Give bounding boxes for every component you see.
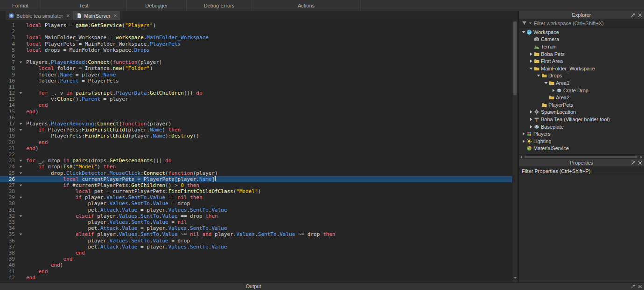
expand-arrow-icon[interactable] (551, 89, 556, 92)
tree-item-camera[interactable]: Camera (519, 36, 644, 43)
expand-arrow-icon[interactable] (528, 117, 534, 121)
tree-item-area1[interactable]: Area1 (519, 79, 644, 87)
scroll-left-icon[interactable] (519, 155, 523, 159)
tree-item-terrain[interactable]: Terrain (519, 43, 644, 50)
code-line-12[interactable]: 12 for _, v in pairs(script.PlayerData:G… (0, 90, 512, 96)
expand-arrow-icon[interactable] (528, 125, 534, 129)
tree-item-first-area[interactable]: First Area (519, 57, 644, 65)
code-line-39[interactable]: 39 end (0, 256, 512, 262)
code-line-10[interactable]: 10 folder.Parent = PlayerPets (0, 78, 512, 84)
code-line-17[interactable]: 17Players.PlayerRemoving:Connect(functio… (0, 121, 512, 127)
code-line-27[interactable]: 27 if #currentPlayerPets:GetChildren() >… (0, 182, 512, 188)
doc-tab-mainserver[interactable]: MainServer× (73, 11, 120, 20)
code-line-38[interactable]: 38 end (0, 250, 512, 256)
expand-arrow-icon[interactable] (521, 132, 526, 136)
code-line-4[interactable]: 4local PlayerPets = MainFolder_Workspace… (0, 41, 512, 47)
code-line-9[interactable]: 9 folder.Name = player.Name (0, 72, 512, 78)
expand-arrow-icon[interactable] (528, 59, 534, 63)
code-line-26[interactable]: 26 local currentPlayerPets = PlayerPets[… (0, 176, 512, 182)
code-line-40[interactable]: 40 end) (0, 262, 512, 268)
tree-item-playerpets[interactable]: PlayerPets (519, 101, 644, 109)
explorer-horizontal-scrollbar[interactable] (519, 154, 644, 159)
close-icon[interactable] (638, 284, 642, 289)
expand-arrow-icon[interactable] (528, 110, 534, 114)
expand-arrow-icon[interactable] (521, 139, 526, 143)
collapse-arrow-icon[interactable] (521, 30, 526, 34)
scroll-right-icon[interactable] (639, 155, 643, 159)
code-line-36[interactable]: 36 player.Values.SentTo.Value = drop (0, 238, 512, 244)
code-line-13[interactable]: 13 v:Clone().Parent = player (0, 96, 512, 102)
pin-icon[interactable] (631, 284, 636, 289)
code-line-35[interactable]: 35 elseif player.Values.SentTo.Value ~= … (0, 231, 512, 237)
menu-item-debugger[interactable]: Debugger (127, 0, 187, 11)
menu-item-format[interactable]: Format (0, 0, 41, 11)
menu-item-debug-errors[interactable]: Debug Errors (187, 0, 252, 11)
code-area[interactable]: 1local Players = game:GetService("Player… (0, 20, 512, 282)
tree-item-crate-drop[interactable]: Crate Drop (519, 87, 644, 94)
line-number: 30 (0, 200, 15, 207)
script-editor[interactable]: 1local Players = game:GetService("Player… (0, 20, 518, 282)
tree-item-drops[interactable]: Drops (519, 72, 644, 80)
scrollbar-thumb[interactable] (513, 21, 517, 95)
code-line-31[interactable]: 31 pet.Attack.Value = player.Values.Sent… (0, 207, 512, 213)
code-line-28[interactable]: 28 local pet = currentPlayerPets:FindFir… (0, 188, 512, 194)
code-line-23[interactable]: 23for _, drop in pairs(drops:GetDescenda… (0, 158, 512, 164)
code-line-5[interactable]: 5local drops = MainFolder_Workspace.Drop… (0, 47, 512, 53)
tab-close-icon[interactable]: × (66, 13, 70, 19)
tree-item-workspace[interactable]: Workspace (519, 28, 644, 36)
properties-filter-input[interactable]: Filter Properties (Ctrl+Shift+P) (519, 167, 644, 175)
tree-item-area2[interactable]: Area2 (519, 94, 644, 101)
doc-tab-bubble-tea-simulator[interactable]: Bubble tea simulator× (6, 11, 73, 20)
code-line-16[interactable]: 16 (0, 115, 512, 121)
code-line-3[interactable]: 3local MainFolder_Workspace = workspace.… (0, 35, 512, 41)
pin-icon[interactable] (631, 13, 636, 17)
code-line-42[interactable]: 42end (0, 275, 512, 281)
scrollbar-thumb[interactable] (525, 156, 637, 158)
menu-item-actions[interactable]: Actions (252, 0, 361, 11)
code-line-8[interactable]: 8 local folder = Instance.new("Folder") (0, 65, 512, 71)
code-line-22[interactable]: 22 (0, 152, 512, 158)
tree-item-baseplate[interactable]: Baseplate (519, 123, 644, 131)
code-line-37[interactable]: 37 pet.Attack.Value = player.Values.Sent… (0, 244, 512, 250)
tree-item-spawnlocation[interactable]: SpawnLocation (519, 109, 644, 116)
close-icon[interactable] (638, 13, 642, 17)
collapse-arrow-icon[interactable] (528, 67, 534, 70)
code-line-19[interactable]: 19 PlayerPets:FindFirstChild(player.Name… (0, 133, 512, 139)
tree-item-boba-pets[interactable]: Boba Pets (519, 50, 644, 58)
code-line-15[interactable]: 15end) (0, 109, 512, 115)
tree-item-boba-tea-villager-holder-tool[interactable]: Boba Tea (Villager holder tool) (519, 116, 644, 123)
code-line-24[interactable]: 24 if drop:IsA("Model") then (0, 164, 512, 170)
code-line-11[interactable]: 11 (0, 84, 512, 90)
code-line-2[interactable]: 2 (0, 28, 512, 35)
code-text: drop.ClickDetector.MouseClick:Connect(fu… (26, 170, 218, 176)
code-line-29[interactable]: 29 if player.Values.SentTo.Value == nil … (0, 194, 512, 200)
explorer-filter-input[interactable]: Filter workspace (Ctrl+Shift+X) (519, 19, 644, 28)
tree-item-lighting[interactable]: Lighting (519, 138, 644, 145)
menu-item-test[interactable]: Test (41, 0, 127, 11)
code-line-18[interactable]: 18 if PlayerPets:FindFirstChild(player.N… (0, 127, 512, 133)
code-line-1[interactable]: 1local Players = game:GetService("Player… (0, 22, 512, 28)
code-line-20[interactable]: 20 end (0, 139, 512, 145)
code-line-7[interactable]: 7Players.PlayerAdded:Connect(function(pl… (0, 59, 512, 65)
code-line-14[interactable]: 14 end (0, 102, 512, 108)
tab-close-icon[interactable]: × (114, 13, 117, 19)
scroll-down-icon[interactable] (513, 273, 517, 282)
tree-item-materialservice[interactable]: MaterialService (519, 145, 644, 152)
tree-item-mainfolder-workspace[interactable]: MainFolder_Workspace (519, 65, 644, 72)
code-line-33[interactable]: 33 player.Values.SentTo.Value = nil (0, 219, 512, 225)
code-line-32[interactable]: 32 elseif player.Values.SentTo.Value == … (0, 213, 512, 219)
expand-arrow-icon[interactable] (528, 52, 534, 56)
pin-icon[interactable] (631, 160, 636, 165)
collapse-arrow-icon[interactable] (536, 74, 541, 77)
close-icon[interactable] (638, 161, 642, 165)
code-line-6[interactable]: 6 (0, 53, 512, 59)
code-line-21[interactable]: 21end) (0, 145, 512, 152)
code-line-34[interactable]: 34 pet.Attack.Value = player.Values.Sent… (0, 225, 512, 231)
code-line-41[interactable]: 41 end (0, 269, 512, 275)
code-line-25[interactable]: 25 drop.ClickDetector.MouseClick:Connect… (0, 170, 512, 176)
code-text: local currentPlayerPets = PlayerPets[pla… (26, 176, 216, 182)
editor-vertical-scrollbar[interactable] (512, 20, 518, 282)
code-line-30[interactable]: 30 player.Values.SentTo.Value = drop (0, 200, 512, 207)
collapse-arrow-icon[interactable] (543, 81, 549, 85)
tree-item-players[interactable]: Players (519, 130, 644, 138)
